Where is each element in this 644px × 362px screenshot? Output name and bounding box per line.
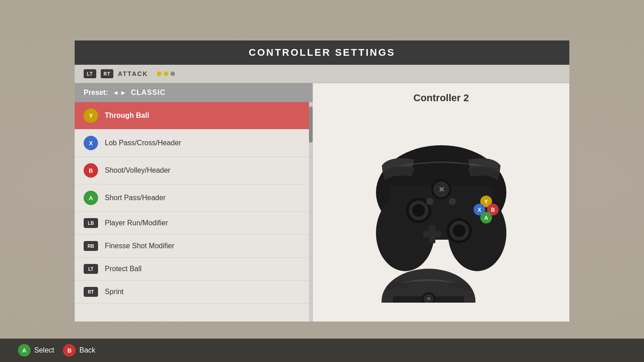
- svg-point-12: [453, 224, 465, 237]
- scroll-thumb[interactable]: [309, 107, 313, 143]
- preset-row: Preset: ◄ ► CLASSIC: [75, 83, 313, 102]
- svg-point-9: [412, 204, 425, 217]
- menu-item-player-run[interactable]: LB Player Run/Modifier: [75, 212, 309, 235]
- menu-item-shoot-volley[interactable]: B Shoot/Volley/Header: [75, 157, 309, 184]
- back-label: Back: [79, 346, 95, 354]
- panel-header: CONTROLLER SETTINGS: [75, 40, 569, 65]
- preset-left-arrow[interactable]: ◄: [112, 89, 119, 96]
- preset-right-arrow[interactable]: ►: [120, 89, 126, 96]
- tab-dots: [157, 72, 175, 76]
- action-b-icon: B: [63, 344, 76, 357]
- main-panel: CONTROLLER SETTINGS LT RT ATTACK Preset:…: [75, 40, 569, 322]
- bottom-action-select: A Select: [18, 344, 54, 357]
- svg-text:B: B: [491, 207, 495, 213]
- button-rb-icon: RB: [84, 241, 98, 251]
- action-a-icon: A: [18, 344, 31, 357]
- controller-svg-container: ✕: [322, 113, 560, 313]
- content-area: Preset: ◄ ► CLASSIC Y Through Ball: [75, 83, 569, 322]
- menu-item-sprint[interactable]: RT Sprint: [75, 281, 309, 304]
- left-content: Y Through Ball X Lob Pass/Cross/Header B…: [75, 102, 313, 322]
- preset-label: Preset:: [84, 89, 108, 97]
- menu-item-finesse-shot[interactable]: RB Finesse Shot Modifier: [75, 235, 309, 258]
- bottom-bar: A Select B Back: [0, 339, 644, 362]
- select-label: Select: [34, 346, 54, 354]
- left-panel: Preset: ◄ ► CLASSIC Y Through Ball: [75, 83, 313, 322]
- dot-2: [164, 72, 168, 76]
- preset-value: CLASSIC: [131, 89, 165, 97]
- button-y-icon: Y: [84, 108, 98, 123]
- protect-ball-label: Protect Ball: [105, 265, 142, 273]
- svg-text:X: X: [478, 207, 481, 213]
- finesse-shot-label: Finesse Shot Modifier: [105, 242, 174, 250]
- short-pass-label: Short Pass/Header: [105, 194, 165, 202]
- through-ball-label: Through Ball: [105, 112, 149, 120]
- svg-text:✕: ✕: [438, 186, 444, 193]
- panel-title: CONTROLLER SETTINGS: [249, 47, 395, 58]
- svg-text:A: A: [484, 215, 488, 221]
- tab-bar: LT RT ATTACK: [75, 65, 569, 83]
- dot-1: [157, 72, 161, 76]
- menu-item-through-ball[interactable]: Y Through Ball: [75, 102, 309, 130]
- lob-pass-label: Lob Pass/Cross/Header: [105, 139, 181, 147]
- button-lb-icon: LB: [84, 218, 98, 228]
- menu-item-short-pass[interactable]: A Short Pass/Header: [75, 184, 309, 212]
- scrollbar[interactable]: [309, 102, 313, 322]
- button-rt-icon: RT: [84, 287, 98, 297]
- right-panel: Controller 2 ✕: [313, 83, 569, 322]
- menu-item-lob-pass[interactable]: X Lob Pass/Cross/Header: [75, 130, 309, 157]
- svg-rect-14: [423, 231, 441, 237]
- svg-point-23: [449, 198, 456, 205]
- svg-text:Y: Y: [484, 199, 488, 205]
- button-a-icon: A: [84, 191, 98, 205]
- svg-text:✕: ✕: [427, 296, 430, 301]
- svg-point-24: [426, 198, 434, 205]
- controller-title: Controller 2: [413, 92, 469, 104]
- button-lt-icon: LT: [84, 264, 98, 274]
- rt-badge[interactable]: RT: [101, 69, 113, 78]
- dot-3: [170, 72, 175, 76]
- sprint-label: Sprint: [105, 288, 124, 296]
- player-run-label: Player Run/Modifier: [105, 219, 168, 227]
- controller-svg: ✕: [356, 123, 527, 303]
- bottom-action-back: B Back: [63, 344, 95, 357]
- menu-list: Y Through Ball X Lob Pass/Cross/Header B…: [75, 102, 309, 322]
- button-x-icon: X: [84, 136, 98, 150]
- shoot-volley-label: Shoot/Volley/Header: [105, 166, 170, 174]
- tab-section-label: ATTACK: [118, 70, 148, 77]
- preset-arrows: ◄ ►: [112, 89, 126, 96]
- menu-item-protect-ball[interactable]: LT Protect Ball: [75, 258, 309, 281]
- lt-badge[interactable]: LT: [84, 69, 96, 78]
- button-b-icon: B: [84, 163, 98, 178]
